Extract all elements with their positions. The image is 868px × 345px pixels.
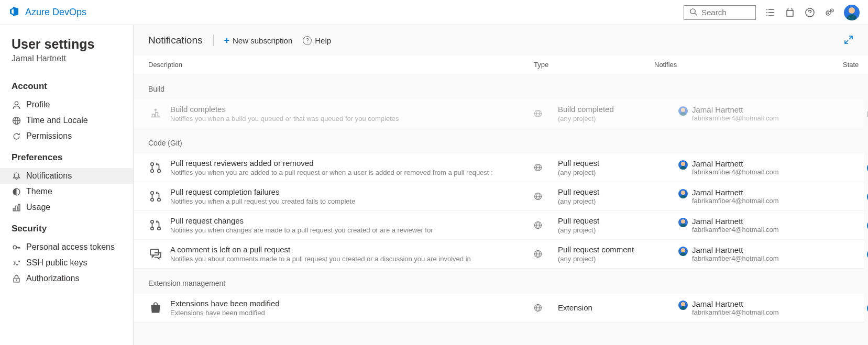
table-row[interactable]: A comment is left on a pull request Noti… bbox=[134, 240, 864, 269]
azure-devops-logo-icon bbox=[8, 5, 21, 19]
sidebar-item-label: Authorizations bbox=[26, 274, 79, 283]
row-type-sub: (any project) bbox=[558, 169, 678, 176]
sidebar-item-label: Permissions bbox=[26, 131, 72, 141]
table-row[interactable]: Pull request reviewers added or removed … bbox=[134, 153, 864, 182]
table-row[interactable]: Pull request completion failures Notifie… bbox=[134, 182, 864, 211]
table-row[interactable]: Pull request changes Notifies you when c… bbox=[134, 211, 864, 240]
search-input[interactable] bbox=[701, 8, 749, 17]
globe-icon bbox=[534, 304, 542, 312]
sidebar-item-profile[interactable]: Profile bbox=[0, 97, 133, 113]
search-box[interactable] bbox=[684, 5, 756, 20]
sidebar-item-ssh-public-keys[interactable]: SSH public keys bbox=[0, 255, 133, 271]
group-header: Code (Git) bbox=[134, 128, 864, 153]
user-avatar[interactable] bbox=[844, 5, 860, 20]
notifies-avatar bbox=[678, 106, 688, 116]
key-icon bbox=[12, 242, 21, 252]
brand-area[interactable]: Azure DevOps bbox=[8, 5, 86, 19]
row-subtitle: Extensions have been modified bbox=[170, 309, 534, 317]
sidebar-item-usage[interactable]: Usage bbox=[0, 199, 133, 215]
row-type: Pull request bbox=[558, 187, 678, 196]
row-title: Pull request changes bbox=[170, 216, 534, 225]
table-body[interactable]: Build Build completes Notifies you when … bbox=[134, 74, 868, 345]
bell-icon bbox=[12, 171, 21, 181]
help-circle-icon: ? bbox=[303, 36, 312, 45]
sidebar-item-authorizations[interactable]: Authorizations bbox=[0, 271, 133, 286]
sidebar-item-label: Theme bbox=[26, 187, 52, 196]
globe-icon bbox=[534, 221, 542, 229]
new-subscription-button[interactable]: + New subscription bbox=[224, 35, 293, 46]
svg-point-16 bbox=[18, 261, 20, 262]
row-type-sub: (any project) bbox=[558, 115, 678, 123]
row-type-sub: (any project) bbox=[558, 197, 678, 205]
sidebar-group-header: Preferences bbox=[0, 144, 133, 168]
svg-rect-12 bbox=[13, 208, 15, 210]
svg-point-6 bbox=[831, 10, 832, 11]
notifies-email: fabrikamfiber4@hotmail.com bbox=[692, 114, 779, 122]
col-state[interactable]: State bbox=[843, 61, 859, 69]
refresh-icon bbox=[12, 131, 21, 141]
notifies-name: Jamal Hartnett bbox=[692, 159, 779, 168]
sidebar-group-header: Security bbox=[0, 215, 133, 239]
notifies-avatar bbox=[678, 189, 688, 198]
table-row[interactable]: Extensions have been modified Extensions… bbox=[134, 294, 864, 322]
row-subtitle: Notifies you when a pull request you cre… bbox=[170, 197, 534, 205]
expand-icon[interactable] bbox=[844, 35, 853, 46]
svg-point-24 bbox=[158, 170, 160, 172]
sidebar-item-personal-access-tokens[interactable]: Personal access tokens bbox=[0, 239, 133, 255]
notifies-avatar bbox=[678, 301, 688, 310]
row-title: Build completes bbox=[170, 105, 534, 114]
svg-rect-40 bbox=[150, 249, 158, 255]
svg-line-1 bbox=[695, 13, 697, 15]
svg-point-36 bbox=[158, 227, 160, 230]
globe-icon bbox=[534, 250, 542, 258]
content-title: Notifications bbox=[148, 35, 214, 46]
row-title: Pull request reviewers added or removed bbox=[170, 159, 534, 168]
sidebar-item-permissions[interactable]: Permissions bbox=[0, 128, 133, 144]
notifies-name: Jamal Hartnett bbox=[692, 299, 779, 308]
table-row[interactable]: Build completes Notifies you when a buil… bbox=[134, 99, 864, 128]
notifies-avatar bbox=[678, 160, 688, 170]
ssh-icon bbox=[12, 258, 21, 268]
content-area: Notifications + New subscription ? Help … bbox=[134, 25, 868, 345]
theme-icon bbox=[12, 187, 21, 196]
svg-point-35 bbox=[151, 227, 153, 230]
row-type: Build completed bbox=[558, 105, 678, 114]
row-subtitle: Notifies you about comments made to a pu… bbox=[170, 255, 534, 263]
svg-point-7 bbox=[15, 102, 18, 105]
notifies-name: Jamal Hartnett bbox=[692, 217, 779, 226]
table-header: Description Type Notifies State bbox=[134, 55, 868, 74]
brand-text: Azure DevOps bbox=[25, 7, 86, 18]
svg-rect-13 bbox=[15, 206, 17, 211]
row-title: Pull request completion failures bbox=[170, 187, 534, 196]
work-items-icon[interactable] bbox=[764, 7, 776, 18]
new-subscription-label: New subscription bbox=[233, 36, 292, 45]
settings-icon[interactable] bbox=[824, 7, 836, 18]
row-type: Extension bbox=[558, 303, 678, 312]
col-description[interactable]: Description bbox=[148, 61, 534, 69]
sidebar: User settings Jamal Hartnett AccountProf… bbox=[0, 25, 134, 345]
globe-icon bbox=[12, 116, 21, 125]
sidebar-item-notifications[interactable]: Notifications bbox=[0, 168, 133, 184]
row-type: Pull request bbox=[558, 216, 678, 225]
row-title: Extensions have been modified bbox=[170, 299, 534, 308]
svg-rect-14 bbox=[18, 204, 19, 211]
svg-point-4 bbox=[828, 12, 829, 14]
sidebar-item-theme[interactable]: Theme bbox=[0, 184, 133, 199]
group-header: Build bbox=[134, 74, 864, 99]
row-subtitle: Notifies you when changes are made to a … bbox=[170, 226, 534, 234]
marketplace-icon[interactable] bbox=[784, 7, 796, 18]
help-icon[interactable] bbox=[804, 7, 816, 18]
col-type[interactable]: Type bbox=[534, 61, 654, 69]
svg-point-22 bbox=[151, 163, 153, 165]
sidebar-item-label: Notifications bbox=[26, 171, 72, 181]
notifies-avatar bbox=[678, 247, 688, 256]
page-title: User settings bbox=[0, 37, 133, 54]
col-notifies[interactable]: Notifies bbox=[654, 61, 843, 69]
row-subtitle: Notifies you when you are added to a pul… bbox=[170, 169, 534, 176]
sidebar-item-time-and-locale[interactable]: Time and Locale bbox=[0, 113, 133, 128]
chart-icon bbox=[12, 203, 21, 212]
help-button[interactable]: ? Help bbox=[303, 36, 331, 45]
row-type: Pull request comment bbox=[558, 245, 678, 254]
globe-icon bbox=[534, 192, 542, 201]
svg-point-30 bbox=[158, 198, 160, 201]
